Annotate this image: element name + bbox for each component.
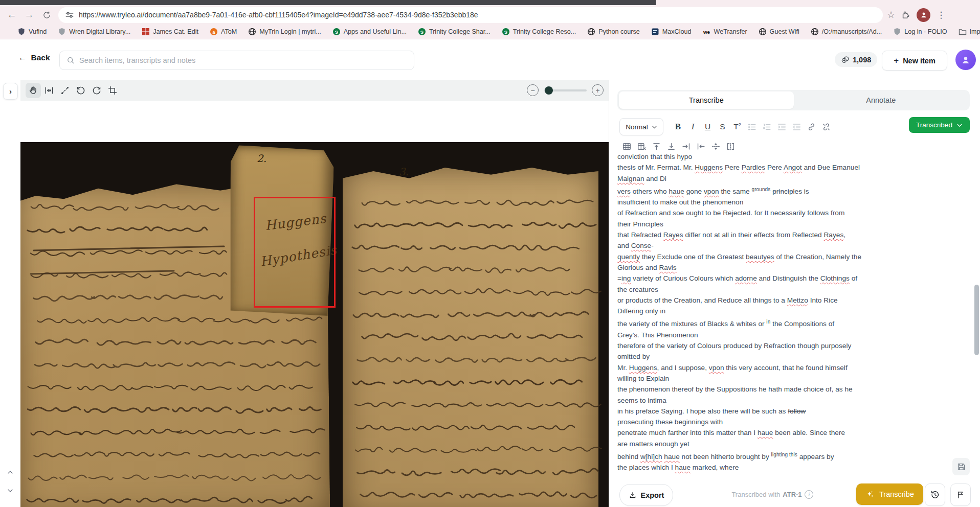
browser-profile-avatar[interactable] xyxy=(917,8,930,22)
new-item-button[interactable]: + New item xyxy=(882,51,947,71)
underline-button[interactable]: U xyxy=(700,120,715,134)
tab-annotate[interactable]: Annotate xyxy=(794,91,969,109)
crop-icon xyxy=(107,85,118,96)
bookmark-item[interactable]: STrinity College Shar... xyxy=(418,28,491,36)
svg-text:S: S xyxy=(504,29,507,35)
transcript-line: Differing only in xyxy=(617,306,888,316)
bookmark-item[interactable]: Python course xyxy=(587,28,640,36)
bookmark-star-icon[interactable]: ☆ xyxy=(887,9,895,20)
person-icon xyxy=(920,11,928,19)
transcript-line: therefore of the variety of Colours prod… xyxy=(617,340,888,351)
panel-expand-button[interactable]: › xyxy=(3,83,18,100)
crop-tool-button[interactable] xyxy=(105,83,120,98)
annotation-box[interactable] xyxy=(254,197,336,308)
unlink-icon xyxy=(821,122,831,132)
outdent-button[interactable] xyxy=(789,120,804,134)
browser-forward-button[interactable]: → xyxy=(20,6,38,24)
transcript-line: conviction that this hypo xyxy=(617,151,888,162)
measure-tool-button[interactable] xyxy=(57,83,73,98)
bookmark-item[interactable]: weWeTransfer xyxy=(703,28,747,36)
user-avatar[interactable] xyxy=(955,50,976,70)
bookmark-item[interactable]: MaxCloud xyxy=(651,28,692,36)
coins-icon xyxy=(841,56,849,64)
indent-button[interactable] xyxy=(774,120,789,134)
arrow-to-left-icon xyxy=(696,142,706,151)
fit-width-button[interactable] xyxy=(41,83,57,98)
transcript-line: omitted by xyxy=(617,351,888,362)
bookmark-item[interactable]: Guest Wifi xyxy=(759,28,799,36)
bookmark-label: Trinity College Shar... xyxy=(429,28,491,35)
tab-transcribe[interactable]: Transcribe xyxy=(619,91,794,109)
strikethrough-button[interactable]: S xyxy=(715,120,730,134)
transcript-line: thesis of Mr. Fermat. Mr. Huggens Pere P… xyxy=(617,162,888,173)
transcribe-label: Transcribe xyxy=(879,490,914,498)
bookmark-label: Imported xyxy=(970,28,980,35)
collapse-up-button[interactable] xyxy=(4,466,16,478)
info-icon[interactable]: i xyxy=(805,490,813,499)
zoom-slider[interactable] xyxy=(544,89,587,91)
address-bar[interactable]: https://www.tryleo.ai/document/aa7a8be9-… xyxy=(58,7,883,23)
export-button[interactable]: Export xyxy=(619,484,673,506)
letter-favicon: S xyxy=(332,28,341,36)
browser-menu-icon[interactable]: ⋮ xyxy=(937,10,946,20)
bookmark-item[interactable]: Vufind xyxy=(17,28,47,36)
row-break-icon xyxy=(711,142,721,151)
bold-button[interactable]: B xyxy=(671,120,685,134)
site-settings-icon[interactable] xyxy=(65,11,74,19)
transcript-line: in his preface Saying. I hope also there… xyxy=(617,406,888,417)
bookmark-item[interactable]: STrinity College Reso... xyxy=(502,28,576,36)
search-icon xyxy=(66,56,75,64)
transcript-line: Mr. Huggens, and I suppose, vpon this ve… xyxy=(617,362,888,373)
browser-reload-button[interactable] xyxy=(38,6,55,24)
collapse-down-button[interactable] xyxy=(4,485,16,497)
bookmark-item[interactable]: aAToM xyxy=(210,28,237,36)
zoom-slider-knob[interactable] xyxy=(545,86,553,95)
search-input[interactable]: Search items, transcripts and notes xyxy=(59,51,414,70)
history-button[interactable] xyxy=(925,483,945,506)
chevron-down-icon xyxy=(956,122,963,128)
browser-back-button[interactable]: ← xyxy=(3,6,20,24)
transcript-line: and Conse- xyxy=(617,240,888,251)
superscript-button[interactable]: T2 xyxy=(730,120,745,134)
rotate-left-button[interactable] xyxy=(73,83,88,98)
bookmark-item[interactable]: MyTrin Login | mytri... xyxy=(248,28,321,36)
transcript-line: the places which I haue marked, where xyxy=(617,462,888,473)
zoom-out-button[interactable]: − xyxy=(527,84,539,96)
bookmark-item[interactable]: SApps and Useful Lin... xyxy=(332,28,407,36)
bookmark-item[interactable]: Wren Digital Library... xyxy=(58,28,130,36)
status-dropdown-button[interactable]: Transcribed xyxy=(909,117,970,133)
bookmark-label: Guest Wifi xyxy=(770,28,799,35)
transcript-line: vers others who haue gone vpon the same … xyxy=(617,184,888,197)
transcript-line: quently they Exclude one of the Greatest… xyxy=(617,251,888,262)
bookmark-label: Apps and Useful Lin... xyxy=(344,28,407,35)
transcript-line: penetrate much farther into this matter … xyxy=(617,427,888,438)
pan-tool-button[interactable] xyxy=(26,83,41,98)
bullet-list-button[interactable] xyxy=(745,120,760,134)
bookmark-item[interactable]: James Cat. Edit xyxy=(142,28,198,36)
bookmark-item[interactable]: /O:/manuscripts/Ad... xyxy=(811,28,882,36)
bookmark-item[interactable]: Log in - FOLIO xyxy=(893,28,947,36)
transcribe-button[interactable]: Transcribe xyxy=(856,483,923,505)
credits-badge[interactable]: 1,098 xyxy=(835,52,877,67)
bookmark-item[interactable]: Imported xyxy=(959,28,980,36)
extensions-puzzle-icon[interactable] xyxy=(901,10,910,19)
browser-toolbar: ← → https://www.tryleo.ai/document/aa7a8… xyxy=(0,5,980,25)
transcript-line: willing to Explain xyxy=(617,373,888,384)
unlink-button[interactable] xyxy=(819,120,834,134)
back-button[interactable]: ← Back xyxy=(18,53,50,62)
scrollbar-thumb[interactable] xyxy=(974,285,979,355)
transcript-line: seems to intima xyxy=(617,395,888,406)
transcript-line: I haue the difficultys without Refuting … xyxy=(617,473,888,474)
paragraph-style-dropdown[interactable]: Normal xyxy=(619,118,663,135)
link-button[interactable] xyxy=(804,120,819,134)
rotate-right-button[interactable] xyxy=(89,83,104,98)
flag-button[interactable] xyxy=(950,483,971,506)
save-button[interactable] xyxy=(952,458,970,475)
bookmark-label: Vufind xyxy=(29,28,47,35)
transcript-editor[interactable]: conviction that this hypothesis of Mr. F… xyxy=(617,151,888,474)
numbered-list-button[interactable] xyxy=(760,120,774,134)
zoom-in-button[interactable]: + xyxy=(592,84,604,96)
italic-button[interactable]: I xyxy=(685,120,700,134)
manuscript-image[interactable]: 2. 3. Huggens Hypothesis xyxy=(20,142,609,507)
transcript-line: their Principles xyxy=(617,219,888,229)
